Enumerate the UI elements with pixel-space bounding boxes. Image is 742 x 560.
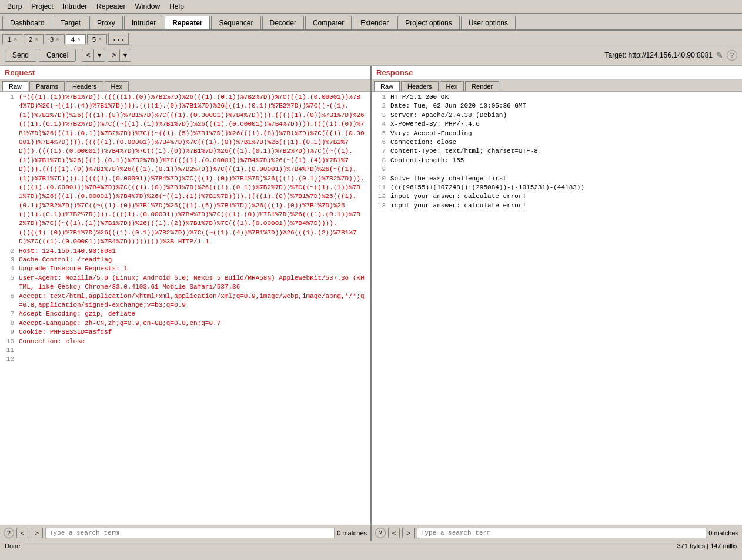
- cancel-button[interactable]: Cancel: [39, 49, 76, 62]
- repeater-tab-1[interactable]: 1 ×: [2, 34, 22, 44]
- target-url: Target: http://124.156.140.90:8081: [605, 51, 713, 59]
- request-search-next[interactable]: >: [31, 528, 42, 538]
- toolbar: Send Cancel < ▾ > ▾ Target: http://124.1…: [0, 45, 742, 66]
- line-content: Connection: close: [390, 138, 456, 147]
- line-content: (~(((1).(1))%7B1%7D)).(((((1).(0))%7B1%7…: [19, 93, 368, 247]
- tab-project-options[interactable]: Project options: [397, 16, 459, 29]
- request-search-input[interactable]: [45, 528, 335, 538]
- tab-sequencer[interactable]: Sequencer: [211, 16, 260, 29]
- line-content: input your answer: calculate error!: [390, 202, 526, 210]
- line-number: 8: [374, 156, 386, 165]
- table-row: 8Content-Length: 155: [374, 156, 740, 165]
- response-content[interactable]: 1HTTP/1.1 200 OK2Date: Tue, 02 Jun 2020 …: [372, 92, 742, 525]
- tab-intruder[interactable]: Intruder: [124, 16, 163, 29]
- repeater-tab-4[interactable]: 4 ×: [66, 34, 86, 44]
- line-number: 5: [2, 274, 14, 292]
- line-content: Cache-Control: /readflag: [19, 256, 112, 264]
- line-content: Solve the easy challenge first: [390, 175, 507, 183]
- response-tabs: Raw Headers Hex Render: [372, 80, 742, 92]
- table-row: 2Date: Tue, 02 Jun 2020 10:05:36 GMT: [374, 102, 740, 110]
- menu-help[interactable]: Help: [165, 1, 189, 12]
- line-number: 8: [2, 319, 14, 328]
- request-content[interactable]: 1(~(((1).(1))%7B1%7D)).(((((1).(0))%7B1%…: [0, 92, 370, 525]
- help-button[interactable]: ?: [727, 50, 737, 61]
- response-search-help[interactable]: ?: [375, 528, 386, 538]
- table-row: 11((((96155)+(107243))+(295084))-(-10152…: [374, 183, 740, 192]
- repeater-tab-3[interactable]: 3 ×: [45, 34, 65, 44]
- edit-target-button[interactable]: ✎: [716, 51, 723, 60]
- table-row: 7Content-Type: text/html; charset=UTF-8: [374, 147, 740, 156]
- close-tab-2-icon[interactable]: ×: [35, 36, 38, 42]
- line-number: 4: [2, 264, 14, 273]
- line-content: Date: Tue, 02 Jun 2020 10:05:36 GMT: [390, 102, 526, 110]
- tab-user-options[interactable]: User options: [461, 16, 516, 29]
- menu-window[interactable]: Window: [130, 1, 165, 12]
- line-content: Connection: close: [19, 337, 85, 346]
- close-tab-3-icon[interactable]: ×: [56, 36, 59, 42]
- line-number: 3: [374, 111, 386, 120]
- line-number: 9: [2, 328, 14, 337]
- tab-target[interactable]: Target: [54, 16, 88, 29]
- line-content: Vary: Accept-Encoding: [390, 129, 472, 138]
- request-tab-raw[interactable]: Raw: [2, 81, 28, 91]
- back-button[interactable]: <: [82, 49, 93, 62]
- status-bar: Done 371 bytes | 147 millis: [0, 541, 742, 551]
- response-tab-headers[interactable]: Headers: [401, 81, 439, 91]
- close-tab-5-icon[interactable]: ×: [98, 36, 102, 42]
- request-tab-params[interactable]: Params: [29, 81, 65, 91]
- response-search-prev[interactable]: <: [388, 528, 400, 538]
- request-tab-hex[interactable]: Hex: [105, 81, 129, 91]
- tab-proxy[interactable]: Proxy: [89, 16, 123, 29]
- request-tab-headers[interactable]: Headers: [66, 81, 103, 91]
- status-right: 371 bytes | 147 millis: [677, 542, 737, 549]
- line-number: 12: [2, 355, 14, 364]
- request-search-help[interactable]: ?: [4, 528, 14, 538]
- close-tab-1-icon[interactable]: ×: [14, 36, 17, 42]
- line-number: 2: [374, 102, 386, 110]
- nav-tabs: Dashboard Target Proxy Intruder Repeater…: [0, 14, 742, 31]
- table-row: 2Host: 124.156.140.90:8081: [2, 247, 368, 256]
- status-left: Done: [5, 542, 20, 549]
- line-content: Cookie: PHPSESSID=asfdsf: [19, 328, 112, 337]
- line-number: 12: [374, 192, 386, 201]
- tab-decoder[interactable]: Decoder: [262, 16, 304, 29]
- response-tab-hex[interactable]: Hex: [440, 81, 464, 91]
- back-dropdown-button[interactable]: ▾: [93, 49, 105, 62]
- repeater-tab-2[interactable]: 2 ×: [24, 34, 44, 44]
- response-search-next[interactable]: >: [402, 528, 414, 538]
- menu-burp[interactable]: Burp: [2, 1, 26, 12]
- tab-extender[interactable]: Extender: [353, 16, 396, 29]
- table-row: 7Accept-Encoding: gzip, deflate: [2, 310, 368, 318]
- tab-comparer[interactable]: Comparer: [305, 16, 352, 29]
- line-number: 2: [2, 247, 14, 256]
- table-row: 5Vary: Accept-Encoding: [374, 129, 740, 138]
- menu-intruder[interactable]: Intruder: [58, 1, 92, 12]
- line-number: 10: [374, 175, 386, 183]
- request-search-prev[interactable]: <: [16, 528, 28, 538]
- tab-repeater[interactable]: Repeater: [165, 16, 210, 29]
- line-content: Content-Length: 155: [390, 156, 464, 165]
- response-search-input[interactable]: [417, 528, 706, 538]
- menu-project[interactable]: Project: [26, 1, 58, 12]
- table-row: 13input your answer: calculate error!: [374, 202, 740, 210]
- table-row: 10Connection: close: [2, 337, 368, 346]
- line-content: Server: Apache/2.4.38 (Debian): [390, 111, 507, 120]
- forward-dropdown-button[interactable]: ▾: [119, 49, 131, 62]
- response-title: Response: [372, 66, 742, 80]
- table-row: 3Server: Apache/2.4.38 (Debian): [374, 111, 740, 120]
- repeater-tab-more[interactable]: ...: [108, 33, 129, 45]
- forward-button[interactable]: >: [108, 49, 119, 62]
- response-tab-render[interactable]: Render: [465, 81, 499, 91]
- close-tab-4-icon[interactable]: ×: [77, 36, 81, 42]
- line-number: 10: [2, 337, 14, 346]
- line-content: Content-Type: text/html; charset=UTF-8: [390, 147, 538, 156]
- menu-repeater[interactable]: Repeater: [92, 1, 130, 12]
- request-tabs: Raw Params Headers Hex: [0, 80, 370, 92]
- table-row: 9Cookie: PHPSESSID=asfdsf: [2, 328, 368, 337]
- tab-dashboard[interactable]: Dashboard: [2, 16, 52, 29]
- repeater-tab-5[interactable]: 5 ×: [87, 34, 107, 44]
- send-button[interactable]: Send: [5, 49, 36, 62]
- line-number: 6: [2, 292, 14, 310]
- line-number: 5: [374, 129, 386, 138]
- response-tab-raw[interactable]: Raw: [374, 81, 400, 91]
